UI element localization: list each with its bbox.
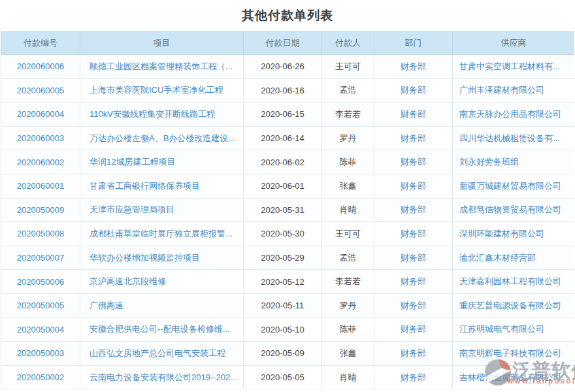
cell-payer: 李若若 [322,270,374,294]
column-header-supplier: 供应商 [453,32,575,55]
column-header-payer: 付款人 [322,32,374,55]
cell-department[interactable]: 财务部 [374,270,453,294]
cell-supplier[interactable]: 吉林楷伦金属制品有限公司 [453,365,575,389]
column-header-department: 部门 [374,32,453,55]
cell-project[interactable]: 华润12城房建工程项目 [80,150,244,174]
cell-payment_no[interactable]: 2020050003 [1,342,80,366]
table-row: 2020060004110kV安徽线程集变开断线路工程2020-06-15李若若… [1,103,575,127]
cell-supplier[interactable]: 刘永好劳务班组 [453,150,575,174]
table-row: 2020050007华软办公楼增加视频监控项目2020-05-29孟浩财务部渝北… [1,246,575,270]
cell-project[interactable]: 顺德工业园区档案管理精装饰工程（... [80,55,244,79]
cell-payment_no[interactable]: 2020060005 [1,78,80,103]
cell-department[interactable]: 财务部 [374,103,453,127]
cell-project[interactable]: 京沪高速北京段维修 [80,270,244,294]
cell-payment_no[interactable]: 2020060004 [1,103,80,127]
cell-payment_no[interactable]: 2020060002 [1,150,80,174]
cell-department[interactable]: 财务部 [374,55,453,79]
cell-payment_no[interactable]: 2020050008 [1,222,80,246]
cell-date: 2020-06-16 [244,78,322,103]
cell-payment_no[interactable]: 2020050004 [1,318,80,342]
cell-project[interactable]: 华软办公楼增加视频监控项目 [80,246,244,270]
cell-payment_no[interactable]: 2020060001 [1,174,80,198]
cell-date: 2020-06-14 [244,126,322,150]
cell-department[interactable]: 财务部 [374,293,453,318]
cell-project[interactable]: 山西弘文房地产总公司电气安装工程 [80,342,244,366]
cell-supplier[interactable]: 重庆艺普电源设备有限公司 [453,293,575,318]
cell-date: 2020-06-02 [244,150,322,174]
cell-supplier[interactable]: 甘肃中实空调工程材料有... [453,55,575,79]
cell-supplier[interactable]: 四川华达机械租赁设备有... [453,126,575,150]
table-row: 2020050003山西弘文房地产总公司电气安装工程2020-05-09张鑫财务… [1,342,575,366]
cell-payment_no[interactable]: 2020050006 [1,270,80,294]
cell-payer: 孟浩 [322,78,374,103]
cell-date: 2020-05-05 [244,365,322,389]
cell-department[interactable]: 财务部 [374,318,453,342]
table-row: 2020060003万达办公楼左侧A、B办公楼改造建设...2020-06-14… [1,126,575,150]
cell-payment_no[interactable]: 2020050009 [1,198,80,222]
table-row: 2020050008成都杜甫草堂临时展厅独立展柜报警...2020-05-30王… [1,222,575,246]
page-title: 其他付款单列表 [0,0,575,31]
cell-payment_no[interactable]: 2020060003 [1,126,80,150]
cell-project[interactable]: 万达办公楼左侧A、B办公楼改造建设... [80,126,244,150]
cell-payer: 孟浩 [322,246,374,270]
cell-payment_no[interactable]: 2020050005 [1,293,80,318]
cell-project[interactable]: 110kV安徽线程集变开断线路工程 [80,103,244,127]
table-row: 2020060006顺德工业园区档案管理精装饰工程（...2020-06-26王… [1,55,575,79]
table-row: 2020060005上海市美容医院ICU手术室净化工程2020-06-16孟浩财… [1,78,575,103]
cell-payer: 张鑫 [322,174,374,198]
cell-department[interactable]: 财务部 [374,342,453,366]
table-row: 2020060002华润12城房建工程项目2020-06-02陈菲财务部刘永好劳… [1,150,575,174]
payment-table-container: 付款编号项目付款日期付款人部门供应商 2020060006顺德工业园区档案管理精… [1,31,574,392]
cell-payer: 王可可 [322,55,374,79]
cell-date: 2020-05-11 [244,293,322,318]
table-header: 付款编号项目付款日期付款人部门供应商 [1,32,575,55]
payment-table: 付款编号项目付款日期付款人部门供应商 2020060006顺德工业园区档案管理精… [1,31,574,389]
cell-supplier[interactable]: 南京天脉办公用品有限公司 [453,103,575,127]
cell-department[interactable]: 财务部 [374,126,453,150]
cell-department[interactable]: 财务部 [374,246,453,270]
table-row: 2020050005广佛高速2020-05-11罗丹财务部重庆艺普电源设备有限公… [1,293,575,318]
cell-project[interactable]: 云南电力设备安装有限公司2019--202... [80,365,244,389]
cell-date: 2020-05-09 [244,342,322,366]
cell-department[interactable]: 财务部 [374,150,453,174]
cell-payer: 肖晴 [322,365,374,389]
cell-department[interactable]: 财务部 [374,174,453,198]
cell-date: 2020-05-30 [244,222,322,246]
cell-supplier[interactable]: 广州丰泽建材有限公司 [453,78,575,103]
cell-project[interactable]: 广佛高速 [80,293,244,318]
cell-supplier[interactable]: 江苏明城电气有限公司 [453,318,575,342]
column-header-payment_no: 付款编号 [1,32,80,55]
cell-payer: 罗丹 [322,293,374,318]
cell-project[interactable]: 安徽合肥供电公司--配电设备检修维... [80,318,244,342]
cell-date: 2020-05-12 [244,270,322,294]
cell-project[interactable]: 天津市应急管理局项目 [80,198,244,222]
cell-payment_no[interactable]: 2020050007 [1,246,80,270]
cell-payer: 陈菲 [322,318,374,342]
cell-date: 2020-05-31 [244,198,322,222]
cell-project[interactable]: 成都杜甫草堂临时展厅独立展柜报警... [80,222,244,246]
cell-department[interactable]: 财务部 [374,198,453,222]
cell-project[interactable]: 上海市美容医院ICU手术室净化工程 [80,78,244,103]
cell-payment_no[interactable]: 2020050002 [1,365,80,389]
column-header-project: 项目 [80,32,244,55]
cell-payer: 陈菲 [322,150,374,174]
table-row: 2020060001甘肃省工商银行网络保养项目2020-06-01张鑫财务部新疆… [1,174,575,198]
cell-date: 2020-06-26 [244,55,322,79]
cell-date: 2020-06-01 [244,174,322,198]
cell-department[interactable]: 财务部 [374,222,453,246]
cell-date: 2020-05-10 [244,318,322,342]
cell-payer: 肖晴 [322,198,374,222]
table-row: 2020050004安徽合肥供电公司--配电设备检修维...2020-05-10… [1,318,575,342]
cell-department[interactable]: 财务部 [374,78,453,103]
table-row: 2020050009天津市应急管理局项目2020-05-31肖晴财务部成都笃信物… [1,198,575,222]
cell-department[interactable]: 财务部 [374,365,453,389]
cell-supplier[interactable]: 深圳环能建材有限公司 [453,222,575,246]
cell-supplier[interactable]: 新疆万城建材贸易有限公司 [453,174,575,198]
cell-supplier[interactable]: 成都笃信物资贸易有限公司 [453,198,575,222]
cell-payment_no[interactable]: 2020060006 [1,55,80,79]
cell-supplier[interactable]: 天津嘉利园林工程有限公司 [453,270,575,294]
cell-date: 2020-06-15 [244,103,322,127]
cell-supplier[interactable]: 南京明辉电子科技有限公司 [453,342,575,366]
cell-supplier[interactable]: 渝北汇鑫木材经营部 [453,246,575,270]
cell-project[interactable]: 甘肃省工商银行网络保养项目 [80,174,244,198]
